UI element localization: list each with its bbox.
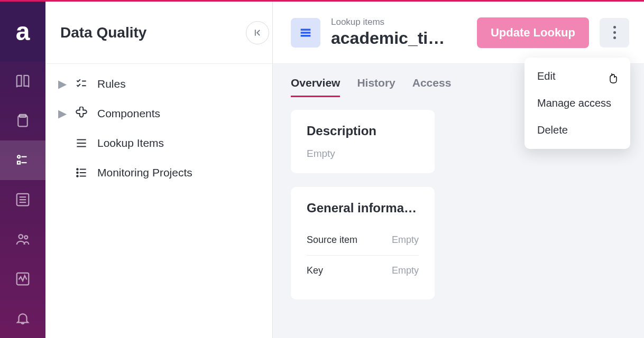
page-title: academic_ti… — [331, 29, 453, 48]
info-value: Empty — [392, 265, 419, 276]
dots-vertical-icon — [613, 26, 616, 39]
svg-point-5 — [19, 234, 23, 239]
main-header: Lookup items academic_ti… Update Lookup — [273, 2, 644, 64]
sidebar-item-label: Monitoring Projects — [97, 166, 192, 179]
components-icon — [74, 106, 89, 121]
menu-icon — [298, 25, 313, 40]
rail-notifications[interactable] — [0, 298, 45, 338]
general-info-title: General informati… — [307, 201, 419, 215]
caret-icon: ▶ — [58, 107, 66, 120]
sidebar-item-label: Lookup Items — [97, 137, 164, 149]
info-label: Key — [307, 265, 323, 276]
info-row-key: Key Empty — [307, 256, 419, 286]
dq-icon — [15, 152, 31, 168]
info-label: Source item — [307, 234, 357, 246]
info-value: Empty — [392, 234, 419, 246]
collapse-sidebar-button[interactable] — [246, 21, 269, 44]
sidebar-item-label: Rules — [97, 78, 126, 90]
lookup-items-icon — [74, 136, 89, 151]
main-panel: Lookup items academic_ti… Update Lookup … — [273, 2, 644, 338]
activity-icon — [15, 271, 31, 287]
more-actions-menu: Edit Manage access Delete — [525, 58, 630, 149]
list-box-icon — [15, 192, 31, 208]
tab-overview[interactable]: Overview — [291, 77, 340, 97]
clipboard-icon — [15, 112, 31, 128]
rail-clipboard[interactable] — [0, 101, 45, 140]
caret-icon: ▶ — [58, 78, 66, 90]
menu-item-delete[interactable]: Delete — [525, 117, 630, 144]
sidebar-item-label: Components — [97, 107, 160, 120]
menu-item-manage-access[interactable]: Manage access — [525, 90, 630, 117]
description-card-title: Description — [307, 124, 419, 138]
sidebar-title: Data Quality — [60, 24, 146, 41]
rail-monitor[interactable] — [0, 259, 45, 298]
sidebar-item-rules[interactable]: ▶ Rules — [45, 69, 272, 99]
bell-icon — [15, 311, 31, 326]
svg-rect-3 — [17, 162, 20, 164]
breadcrumb[interactable]: Lookup items — [331, 17, 466, 27]
info-row-source-item: Source item Empty — [307, 225, 419, 256]
more-actions-button[interactable] — [600, 18, 629, 48]
rail-lists[interactable] — [0, 180, 45, 220]
collapse-icon — [252, 27, 263, 38]
sidebar-tree: ▶ Rules ▶ Components Lookup Items — [45, 64, 272, 187]
book-icon — [15, 73, 31, 89]
rail-glossary[interactable] — [0, 61, 45, 101]
icon-rail: a — [0, 2, 45, 338]
sidebar-item-lookup-items[interactable]: Lookup Items — [45, 128, 272, 158]
sidebar: Data Quality ▶ Rules ▶ Components — [45, 2, 273, 338]
entity-type-icon — [291, 18, 320, 48]
svg-point-9 — [77, 172, 78, 174]
users-icon — [15, 231, 31, 247]
description-value: Empty — [307, 148, 419, 159]
monitoring-icon — [74, 165, 89, 180]
svg-point-10 — [77, 175, 78, 177]
sidebar-item-components[interactable]: ▶ Components — [45, 99, 272, 128]
rules-icon — [74, 77, 89, 91]
sidebar-item-monitoring-projects[interactable]: Monitoring Projects — [45, 158, 272, 187]
description-card: Description Empty — [291, 110, 435, 173]
menu-item-edit[interactable]: Edit — [525, 63, 630, 90]
rail-users[interactable] — [0, 220, 45, 259]
tab-history[interactable]: History — [357, 77, 395, 97]
tab-access[interactable]: Access — [412, 77, 452, 97]
svg-point-6 — [24, 236, 27, 239]
general-info-card: General informati… Source item Empty Key… — [291, 187, 435, 299]
update-lookup-button[interactable]: Update Lookup — [477, 17, 589, 48]
svg-point-8 — [77, 168, 78, 170]
app-logo[interactable]: a — [0, 2, 45, 61]
rail-data-quality[interactable] — [0, 140, 45, 180]
svg-point-2 — [17, 156, 20, 158]
